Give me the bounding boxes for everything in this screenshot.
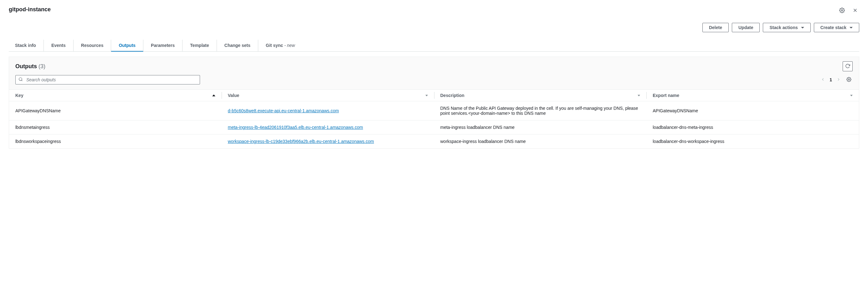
table-settings-button[interactable] bbox=[845, 76, 852, 84]
header-tools bbox=[838, 6, 859, 15]
next-page[interactable] bbox=[836, 77, 841, 83]
update-button[interactable]: Update bbox=[732, 23, 760, 32]
create-stack-dropdown[interactable]: Create stack bbox=[814, 23, 859, 32]
cell-value-link[interactable]: meta-ingress-lb-4ead2061910f3aa5.elb.eu-… bbox=[228, 125, 363, 130]
cell-key: lbdnsmetaingress bbox=[9, 120, 222, 134]
cell-description: meta-ingress loadbalancer DNS name bbox=[434, 120, 647, 134]
chevron-down-icon bbox=[801, 27, 804, 28]
page-header: gitpod-instance bbox=[9, 6, 859, 15]
sort-asc-icon bbox=[212, 94, 215, 96]
refresh-button[interactable] bbox=[843, 61, 852, 71]
chevron-left-icon bbox=[821, 77, 825, 83]
tab-outputs[interactable]: Outputs bbox=[111, 40, 143, 52]
tab-template[interactable]: Template bbox=[183, 40, 217, 51]
refresh-icon bbox=[845, 63, 850, 69]
cell-value-link[interactable]: d-b5c60s8we8.execute-api.eu-central-1.am… bbox=[228, 108, 339, 113]
cell-description: DNS Name of the Public API Gateway deplo… bbox=[434, 101, 647, 120]
cell-export-name: APIGatewayDNSName bbox=[646, 101, 859, 120]
sort-icon bbox=[425, 95, 428, 96]
panel-header: Outputs (3) bbox=[9, 57, 859, 90]
gear-icon bbox=[839, 7, 845, 14]
column-header-value[interactable]: Value bbox=[222, 90, 434, 101]
tab-git-sync[interactable]: Git sync - new bbox=[258, 40, 302, 51]
tab-bar: Stack info Events Resources Outputs Para… bbox=[9, 40, 859, 52]
page-number: 1 bbox=[830, 77, 832, 82]
pagination: 1 bbox=[821, 76, 852, 84]
cell-key: lbdnsworkspaceingress bbox=[9, 134, 222, 149]
prev-page[interactable] bbox=[821, 77, 825, 83]
cell-key: APIGatewayDNSName bbox=[9, 101, 222, 120]
table-row: APIGatewayDNSName d-b5c60s8we8.execute-a… bbox=[9, 101, 859, 120]
action-bar: Delete Update Stack actions Create stack bbox=[9, 23, 859, 32]
cell-export-name: loadbalancer-dns-workspace-ingress bbox=[646, 134, 859, 149]
close-icon bbox=[852, 7, 858, 14]
tab-parameters[interactable]: Parameters bbox=[143, 40, 183, 51]
tab-change-sets[interactable]: Change sets bbox=[217, 40, 258, 51]
page-title: gitpod-instance bbox=[9, 6, 51, 13]
sort-icon bbox=[638, 95, 640, 96]
cell-value-link[interactable]: workspace-ingress-lb-c19de33ebf966a2b.el… bbox=[228, 139, 374, 144]
table-row: lbdnsmetaingress meta-ingress-lb-4ead206… bbox=[9, 120, 859, 134]
gear-icon bbox=[846, 77, 851, 83]
column-header-description[interactable]: Description bbox=[434, 90, 647, 101]
svg-point-0 bbox=[841, 10, 843, 11]
column-header-export-name[interactable]: Export name bbox=[646, 90, 859, 101]
svg-point-5 bbox=[848, 79, 849, 80]
tab-resources[interactable]: Resources bbox=[73, 40, 112, 51]
panel-title: Outputs (3) bbox=[16, 63, 45, 70]
cell-export-name: loadbalancer-dns-meta-ingress bbox=[646, 120, 859, 134]
stack-actions-label: Stack actions bbox=[769, 25, 798, 30]
chevron-down-icon bbox=[849, 27, 852, 28]
delete-button[interactable]: Delete bbox=[703, 23, 729, 32]
settings-button[interactable] bbox=[838, 6, 846, 15]
close-button[interactable] bbox=[851, 6, 859, 15]
cell-description: workspace-ingress loadbalancer DNS name bbox=[434, 134, 647, 149]
sort-icon bbox=[850, 95, 852, 96]
search-wrapper bbox=[16, 75, 200, 85]
column-header-key[interactable]: Key bbox=[9, 90, 222, 101]
outputs-panel: Outputs (3) bbox=[9, 57, 859, 149]
outputs-table: Key Value Description Export name APIGat… bbox=[9, 90, 859, 148]
table-row: lbdnsworkspaceingress workspace-ingress-… bbox=[9, 134, 859, 149]
tab-stack-info[interactable]: Stack info bbox=[9, 40, 44, 51]
create-stack-label: Create stack bbox=[820, 25, 846, 30]
stack-actions-dropdown[interactable]: Stack actions bbox=[763, 23, 810, 32]
panel-count: (3) bbox=[38, 63, 45, 69]
chevron-right-icon bbox=[836, 77, 841, 83]
search-input[interactable] bbox=[16, 75, 200, 85]
tab-events[interactable]: Events bbox=[44, 40, 73, 51]
